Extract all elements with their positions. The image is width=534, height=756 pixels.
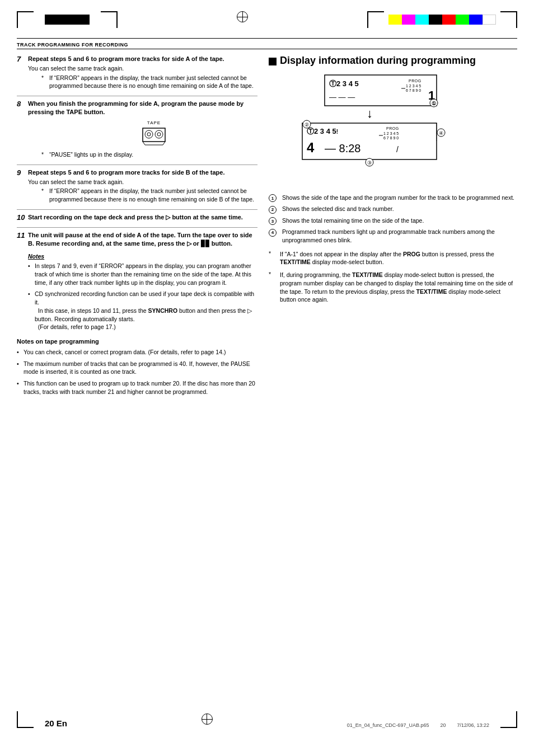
desc-item-3: 3 Shows the total remaining time on the … xyxy=(269,217,517,226)
color-bar-magenta xyxy=(402,15,415,25)
asterisk-note-2: * If, during programming, the TEXT/TIME … xyxy=(269,271,517,304)
step-8-header: 8 When you finish the programming for si… xyxy=(17,100,257,116)
section-black-square xyxy=(269,58,277,65)
tape-diagram: TAPE xyxy=(50,120,257,147)
notes-section: Notes • In steps 7 and 9, even if “ERROR… xyxy=(28,253,257,331)
step-10-title: Start recording on the tape deck and pre… xyxy=(28,213,243,222)
step-7-divider xyxy=(17,96,257,96)
note-1: • In steps 7 and 9, even if “ERROR” appe… xyxy=(28,262,257,287)
tape-note-3-text: This function can be used to program up … xyxy=(24,379,257,396)
texttime-bold-1: TEXT/TIME xyxy=(280,259,311,265)
tape-note-2: • The maximum number of tracks that can … xyxy=(17,360,257,376)
step-7-title: Repeat steps 5 and 6 to program more tra… xyxy=(28,55,224,63)
asterisk-1-text: If "A-1" does not appear in the display … xyxy=(280,250,517,266)
desc-num-1: 1 xyxy=(269,194,279,203)
note-1-text: In steps 7 and 9, even if “ERROR” appear… xyxy=(35,262,257,287)
reg-mark-top-far-right xyxy=(500,11,517,28)
color-bar-cyan xyxy=(415,15,429,25)
step-10-divider xyxy=(17,227,257,228)
display-panels-wrapper: Ⓣ2 3 4 5 PROG 1 2 3 4 5 6 7 8 9 0 — — — … xyxy=(269,74,517,187)
page-number: 20 En xyxy=(45,719,67,728)
footer-left-area: 20 En xyxy=(17,711,67,728)
black-bar-left xyxy=(45,15,90,25)
desc-num-4: 4 xyxy=(269,228,279,244)
crosshair-circle xyxy=(237,11,248,22)
reg-mark-top-right2 xyxy=(367,11,384,28)
svg-text:PROG: PROG xyxy=(409,79,421,83)
tape-notes-heading: Notes on tape programming xyxy=(17,338,257,345)
asterisk-2-mark: * xyxy=(269,271,277,304)
step-8-note: * “PAUSE” lights up in the display. xyxy=(41,151,257,159)
notes-header: Notes xyxy=(28,253,257,260)
desc-num-3: 3 xyxy=(269,217,279,226)
svg-text:③: ③ xyxy=(367,160,372,166)
footer-page-num: 20 xyxy=(440,722,446,728)
svg-text:— — —: — — — xyxy=(329,93,355,101)
step-9-body: You can select the same track again. * I… xyxy=(28,178,257,204)
tape-label: TAPE xyxy=(147,120,161,126)
step-7-note-text: If “ERROR” appears in the display, the t… xyxy=(49,74,257,90)
reg-mark-bottom-left xyxy=(17,711,34,728)
step-7-asterisk: * xyxy=(41,74,47,90)
svg-text:↓: ↓ xyxy=(367,106,373,120)
step-8: 8 When you finish the programming for si… xyxy=(17,100,257,159)
step-11: 11 The unit will pause at the end of sid… xyxy=(17,231,257,248)
page-number-text: 20 En xyxy=(45,719,67,728)
synchro-label: SYNCHRO xyxy=(148,307,178,314)
step-8-title: When you finish the programming for side… xyxy=(28,100,257,116)
tape-bullet-1: • xyxy=(17,348,21,356)
desc-item-2: 2 Shows the selected disc and track numb… xyxy=(269,205,517,214)
svg-point-4 xyxy=(157,133,161,136)
color-bars-area xyxy=(367,11,517,28)
crosshair-bottom xyxy=(202,713,213,725)
step-7: 7 Repeat steps 5 and 6 to program more t… xyxy=(17,55,257,90)
svg-text:①: ① xyxy=(432,101,436,106)
tape-note-1-text: You can check, cancel or correct program… xyxy=(24,348,226,356)
step-7-note: * If “ERROR” appears in the display, the… xyxy=(41,74,257,90)
step-10: 10 Start recording on the tape deck and … xyxy=(17,213,257,222)
step-9-number: 9 xyxy=(17,168,26,177)
page-heading: TRACK PROGRAMMING FOR RECORDING xyxy=(17,42,517,49)
step-8-number: 8 xyxy=(17,100,26,108)
reg-mark-bottom-right xyxy=(500,711,517,728)
display-descriptions: 1 Shows the side of the tape and the pro… xyxy=(269,194,517,304)
desc-4-text: Programmed track numbers light up and pr… xyxy=(282,228,517,244)
display-panels-svg: Ⓣ2 3 4 5 PROG 1 2 3 4 5 6 7 8 9 0 — — — … xyxy=(269,74,476,186)
circle-1-desc: 1 xyxy=(269,194,277,202)
svg-text:Ⓣ2 3 4 5: Ⓣ2 3 4 5 xyxy=(329,79,359,88)
step-8-asterisk: * xyxy=(41,151,47,159)
svg-line-5 xyxy=(143,142,145,145)
step-10-header: 10 Start recording on the tape deck and … xyxy=(17,213,257,222)
svg-text:PROG: PROG xyxy=(386,126,399,130)
svg-rect-1 xyxy=(145,130,153,138)
top-rule xyxy=(17,38,517,39)
page-footer: 20 En 01_En_04_func_CDC-697_UAB.p65 20 7… xyxy=(17,711,517,728)
bullet-2: • xyxy=(28,290,32,331)
svg-text:1 2 3 4 5: 1 2 3 4 5 xyxy=(406,84,421,88)
footer-right-area: 01_En_04_func_CDC-697_UAB.p65 20 7/12/06… xyxy=(347,711,517,728)
step-9-note-text: If “ERROR” appears in the display, the t… xyxy=(49,187,257,203)
step-10-number: 10 xyxy=(17,213,26,222)
svg-text:6 7 8 9 0: 6 7 8 9 0 xyxy=(406,88,421,92)
svg-rect-0 xyxy=(143,128,165,142)
step-9-divider xyxy=(17,209,257,210)
tape-note-2-text: The maximum number of tracks that can be… xyxy=(24,360,257,376)
desc-item-1: 1 Shows the side of the tape and the pro… xyxy=(269,194,517,203)
footer-date: 7/12/06, 13:22 xyxy=(457,722,489,728)
asterisk-1-mark: * xyxy=(269,250,277,266)
color-bar-yellow xyxy=(388,15,402,25)
color-bars xyxy=(388,15,496,25)
svg-point-3 xyxy=(147,133,151,136)
reg-mark-top-left xyxy=(17,11,34,28)
tape-note-3: • This function can be used to program u… xyxy=(17,379,257,396)
step-7-number: 7 xyxy=(17,55,26,63)
svg-text:— 8:28: — 8:28 xyxy=(325,142,360,154)
desc-3-text: Shows the total remaining time on the si… xyxy=(282,217,424,226)
display-heading: Display information during programming xyxy=(269,55,517,67)
color-bar-red xyxy=(442,15,456,25)
circle-3-desc: 3 xyxy=(269,217,277,225)
step-8-body: TAPE * “ xyxy=(28,120,257,159)
step-11-title: The unit will pause at the end of side A… xyxy=(28,231,257,248)
tape-icon xyxy=(142,127,166,147)
step-9-header: 9 Repeat steps 5 and 6 to program more t… xyxy=(17,168,257,177)
